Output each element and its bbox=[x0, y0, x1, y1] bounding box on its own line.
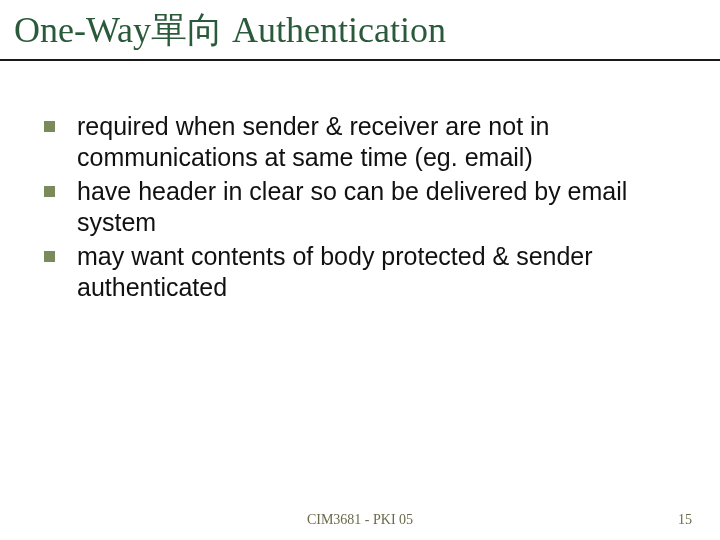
bullet-text: have header in clear so can be delivered… bbox=[77, 176, 676, 237]
bullet-list: required when sender & receiver are not … bbox=[44, 111, 676, 302]
slide-content: required when sender & receiver are not … bbox=[0, 61, 720, 302]
square-bullet-icon bbox=[44, 251, 55, 262]
list-item: have header in clear so can be delivered… bbox=[44, 176, 676, 237]
bullet-text: required when sender & receiver are not … bbox=[77, 111, 676, 172]
page-number: 15 bbox=[678, 512, 692, 528]
square-bullet-icon bbox=[44, 186, 55, 197]
list-item: required when sender & receiver are not … bbox=[44, 111, 676, 172]
slide-title: One-Way單向 Authentication bbox=[14, 10, 706, 51]
slide-footer: CIM3681 - PKI 05 bbox=[0, 512, 720, 528]
list-item: may want contents of body protected & se… bbox=[44, 241, 676, 302]
title-bar: One-Way單向 Authentication bbox=[0, 0, 720, 61]
bullet-text: may want contents of body protected & se… bbox=[77, 241, 676, 302]
square-bullet-icon bbox=[44, 121, 55, 132]
